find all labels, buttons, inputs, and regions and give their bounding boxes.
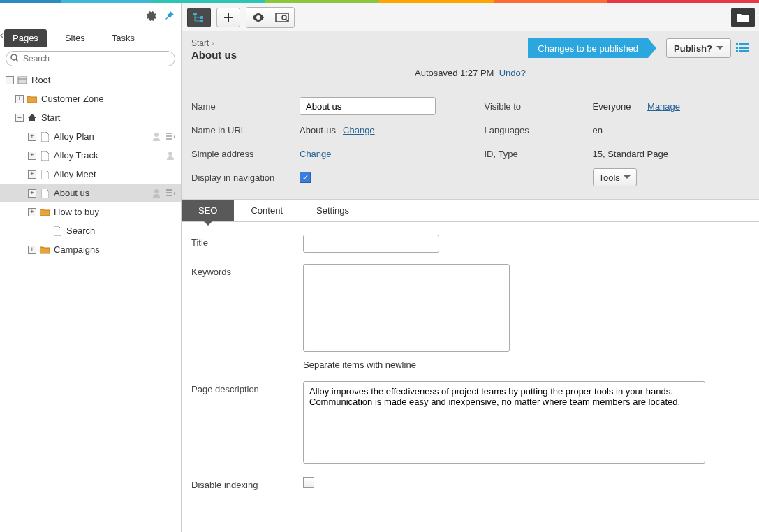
- chevron-down-icon: [624, 175, 631, 179]
- tab-seo[interactable]: SEO: [182, 200, 234, 221]
- change-address-link[interactable]: Change: [300, 149, 332, 159]
- pagedesc-input[interactable]: [303, 381, 705, 464]
- keywords-label: Keywords: [191, 264, 303, 370]
- disable-index-label: Disable indexing: [191, 477, 303, 490]
- svg-rect-6: [193, 13, 197, 15]
- name-input[interactable]: [300, 97, 436, 115]
- pagedesc-label: Page description: [191, 381, 303, 466]
- page-icon: [39, 131, 50, 142]
- tree-label: Root: [31, 75, 177, 85]
- tree-campaigns[interactable]: + Campaigns: [0, 240, 181, 259]
- tab-tasks[interactable]: Tasks: [103, 29, 143, 47]
- tab-settings[interactable]: Settings: [300, 200, 366, 221]
- settings-button[interactable]: [143, 8, 159, 23]
- publish-button[interactable]: Publish?: [666, 38, 731, 58]
- expand-icon[interactable]: +: [28, 189, 36, 198]
- page-icon: [39, 188, 50, 199]
- svg-rect-12: [739, 43, 749, 45]
- expand-icon[interactable]: +: [28, 246, 36, 254]
- svg-rect-7: [200, 16, 203, 19]
- page-title: About us: [191, 49, 237, 61]
- tree-alloy-plan[interactable]: + Alloy Plan: [0, 127, 181, 146]
- tree-search[interactable]: Search: [0, 221, 181, 240]
- title-input[interactable]: [303, 235, 439, 253]
- tree-label: Campaigns: [54, 244, 177, 255]
- autosave-status: Autosaved 1:27 PM Undo?: [191, 61, 749, 87]
- page-icon: [52, 226, 63, 237]
- list-icon: [736, 43, 749, 53]
- display-nav-checkbox[interactable]: ✓: [300, 172, 311, 183]
- idtype-label: ID, Type: [485, 149, 593, 159]
- change-url-link[interactable]: Change: [343, 125, 375, 135]
- undo-link[interactable]: Undo?: [499, 68, 526, 78]
- tree-start[interactable]: – Start: [0, 108, 181, 127]
- visible-to-value: Everyone: [593, 101, 631, 112]
- tree-alloy-track[interactable]: + Alloy Track: [0, 146, 181, 165]
- svg-point-5: [154, 189, 159, 193]
- content-tabs: SEO Content Settings: [182, 200, 759, 222]
- visible-to-label: Visible to: [485, 101, 593, 112]
- collapse-icon[interactable]: –: [15, 114, 24, 122]
- tab-pages[interactable]: Pages: [4, 29, 47, 47]
- tools-button[interactable]: Tools: [593, 168, 637, 186]
- idtype-value: 15, Standard Page: [593, 149, 668, 159]
- page-icon: [39, 150, 50, 161]
- content-panel: Start › About us Changes to be published…: [182, 3, 759, 532]
- options-list-button[interactable]: [735, 41, 749, 55]
- pin-button[interactable]: [161, 8, 177, 23]
- nav-collapse-icon[interactable]: [0, 31, 6, 41]
- compare-icon: [275, 13, 289, 22]
- tab-sites[interactable]: Sites: [57, 29, 94, 47]
- assets-button[interactable]: [731, 8, 755, 27]
- display-nav-label: Display in navigation: [191, 172, 300, 183]
- preview-button[interactable]: [246, 8, 270, 27]
- expand-icon[interactable]: +: [15, 95, 24, 103]
- svg-rect-16: [739, 50, 749, 52]
- expand-icon[interactable]: +: [28, 208, 36, 216]
- tree-label: Alloy Track: [54, 150, 165, 161]
- tree-root[interactable]: – Root: [0, 71, 181, 89]
- search-input[interactable]: [6, 51, 175, 66]
- seo-form: Title Keywords Separate items with newli…: [182, 222, 759, 514]
- menu-icon[interactable]: [165, 131, 177, 142]
- navigation-panel: Pages Sites Tasks – Root + Customer Zone: [0, 3, 182, 532]
- keywords-hint: Separate items with newline: [303, 360, 749, 370]
- gear-icon: [145, 10, 156, 21]
- nav-tabs: Pages Sites Tasks: [0, 27, 181, 47]
- search-icon: [10, 54, 19, 64]
- name-url-value: About-us: [300, 125, 336, 135]
- tree-label: Start: [41, 112, 177, 123]
- eye-icon: [252, 13, 265, 22]
- page-icon: [39, 169, 50, 180]
- user-icon: [152, 188, 163, 199]
- folder-icon: [737, 13, 749, 22]
- user-icon: [165, 150, 177, 161]
- disable-index-checkbox[interactable]: [303, 477, 314, 488]
- expand-icon[interactable]: +: [28, 133, 36, 141]
- svg-rect-8: [200, 20, 203, 22]
- home-icon: [27, 112, 38, 124]
- status-badge: Changes to be published: [528, 38, 648, 58]
- svg-point-3: [154, 133, 159, 137]
- tree-label: Search: [66, 226, 177, 236]
- tree-customer-zone[interactable]: + Customer Zone: [0, 89, 181, 108]
- compare-button[interactable]: [270, 8, 294, 27]
- name-url-label: Name in URL: [191, 125, 300, 135]
- name-label: Name: [191, 101, 300, 112]
- manage-link[interactable]: Manage: [647, 101, 680, 112]
- expand-icon[interactable]: +: [28, 170, 36, 179]
- plus-icon: [223, 13, 233, 22]
- tree-view-button[interactable]: [187, 8, 211, 27]
- collapse-icon[interactable]: –: [6, 76, 14, 84]
- tree-about-us[interactable]: + About us: [0, 184, 181, 202]
- breadcrumb[interactable]: Start ›: [191, 38, 237, 48]
- keywords-input[interactable]: [303, 264, 510, 352]
- add-button[interactable]: [216, 8, 240, 27]
- svg-rect-13: [736, 47, 738, 49]
- tab-content[interactable]: Content: [234, 200, 300, 221]
- menu-icon[interactable]: [165, 188, 177, 199]
- tree-how-to-buy[interactable]: + How to buy: [0, 202, 181, 221]
- tree-alloy-meet[interactable]: + Alloy Meet: [0, 165, 181, 184]
- expand-icon[interactable]: +: [28, 152, 36, 160]
- page-icon: [17, 75, 28, 86]
